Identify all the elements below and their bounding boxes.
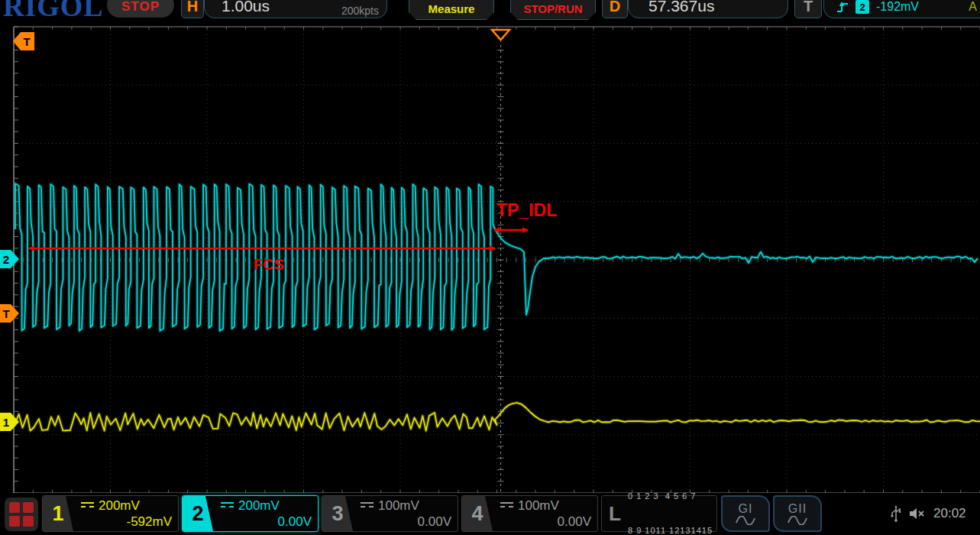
sine-icon [735,516,756,525]
clock: 20:02 [933,506,966,521]
run-state-badge: STOP [107,0,174,18]
trigger-info-box[interactable]: 2 -192mV A [823,0,980,18]
rigol-logo: RIGOL [3,0,104,23]
menu-button[interactable] [5,498,38,531]
channel-4-scale: 100mV [518,498,559,514]
ch1-ground-marker[interactable]: 1 [0,413,19,431]
rising-edge-icon [836,1,849,14]
trigger-level-value: -192mV [876,0,919,14]
dc-coupling-icon [500,502,513,511]
svg-text:1: 1 [3,416,9,429]
channel-1-box[interactable]: 1 200mV -592mV [42,495,179,532]
sine-icon [787,516,808,525]
dc-coupling-icon [221,502,234,511]
speaker-muted-icon[interactable] [909,507,926,520]
delay-menu-button[interactable]: D [602,0,628,18]
channel-2-digit: 2 [183,496,213,531]
generator-1-button[interactable]: GI [721,495,770,532]
channel-1-digit: 1 [43,496,73,531]
ch2-ground-marker[interactable]: 2 [0,250,19,268]
svg-text:2: 2 [3,253,9,266]
logic-row-8-15: 8 9 1011 12131415 [628,525,716,535]
horizontal-menu-button[interactable]: H [181,0,204,18]
channel-2-box[interactable]: 2 200mV 0.00V [182,495,319,532]
logic-channels-box[interactable]: L 0 1 2 3 4 5 6 7 8 9 1011 12131415 [601,495,717,532]
channel-3-scale: 100mV [378,498,419,514]
trigger-menu-button[interactable]: T [794,0,822,18]
svg-text:T: T [23,35,30,48]
logic-label: L [602,502,628,526]
top-bar: RIGOL STOP H 1.00us 200kpts Measure STOP… [0,0,980,23]
stop-run-button[interactable]: STOP/RUN [510,0,596,20]
timebase-value: 1.00us [222,0,270,15]
delay-value: 57.367us [648,0,714,15]
trigger-source-badge: 2 [855,0,869,14]
trigger-offscreen-marker[interactable]: T [13,32,34,50]
memory-depth: 200kpts [341,5,379,17]
measure-button[interactable]: Measure [409,0,494,20]
channel-3-box[interactable]: 3 100mV 0.00V [322,495,458,532]
tp-idl-label: TP_IDL [496,200,557,220]
trigger-level-marker[interactable]: T [0,304,19,323]
dc-coupling-icon [361,502,374,511]
channel-4-offset: 0.00V [500,514,591,530]
channel-4-box[interactable]: 4 100mV 0.00V [461,495,598,532]
svg-text:T: T [2,307,9,320]
trigger-mode-flag: A [969,0,977,14]
generator-2-button[interactable]: GII [773,495,822,532]
timebase-box[interactable]: 1.00us 200kpts [204,0,387,18]
channel-3-offset: 0.00V [361,514,451,530]
fcs-label: FCS [254,256,284,273]
bottom-bar: 1 200mV -592mV 2 200mV 0.00V 3 [0,493,980,535]
menu-grid-icon [9,502,20,513]
trigger-position-marker[interactable] [492,30,509,40]
oscilloscope-screen: FCS TP_IDL T 2 T 1 RIGOL STOP H 1. [0,0,980,535]
channel-2-offset: 0.00V [221,514,312,530]
dc-coupling-icon [81,502,94,511]
channel-3-digit: 3 [322,496,353,531]
channel-4-digit: 4 [462,496,493,531]
delay-box[interactable]: 57.367us [628,0,788,18]
channel-2-scale: 200mV [238,498,280,514]
channel-1-offset: -592mV [81,514,172,530]
usb-icon [891,505,901,522]
scope-display: FCS TP_IDL T 2 T 1 [0,0,980,535]
logic-row-0-7: 0 1 2 3 4 5 6 7 [628,491,716,502]
channel-1-scale: 200mV [99,498,140,514]
